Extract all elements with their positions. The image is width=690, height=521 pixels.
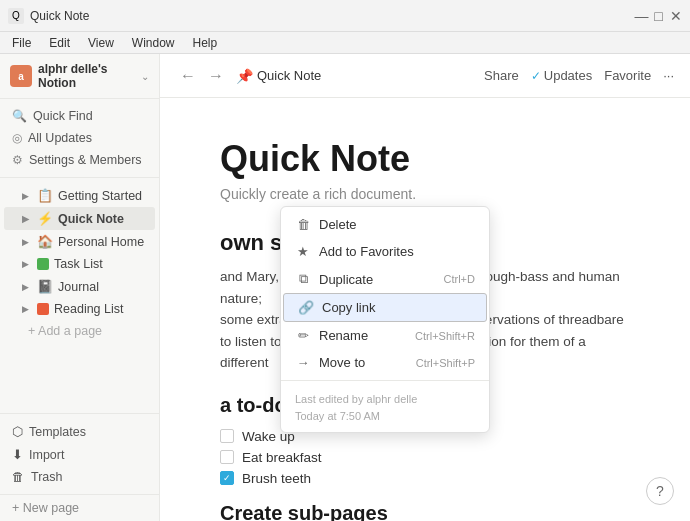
sidebar-item-getting-started[interactable]: ▶ 📋 Getting Started	[4, 184, 155, 207]
sidebar-item-task-list[interactable]: ▶ Task List	[4, 253, 155, 275]
section3-heading: Create sub-pages	[220, 502, 630, 521]
rename-shortcut: Ctrl+Shift+R	[415, 330, 475, 342]
title-bar-title: Quick Note	[30, 9, 89, 23]
sidebar-item-journal[interactable]: ▶ 📓 Journal	[4, 275, 155, 298]
checkbox-2[interactable]: ✓	[220, 471, 234, 485]
new-page-button[interactable]: + New page	[0, 494, 159, 521]
context-menu-add-favorites[interactable]: ★ Add to Favorites	[281, 238, 489, 265]
top-toolbar: ← → 📌 Quick Note Share ✓ Updates Favorit…	[160, 54, 690, 98]
page-title: Quick Note	[220, 138, 630, 180]
title-bar-left: Q Quick Note	[8, 8, 89, 24]
updates-icon: ◎	[12, 131, 22, 145]
maximize-button[interactable]: □	[652, 9, 665, 22]
toolbar-right: Share ✓ Updates Favorite ···	[484, 68, 674, 83]
back-button[interactable]: ←	[176, 65, 200, 87]
workspace-chevron-icon: ⌄	[141, 71, 149, 82]
minimize-button[interactable]: —	[635, 9, 648, 22]
close-button[interactable]: ✕	[669, 9, 682, 22]
sidebar: a alphr delle's Notion ⌄ 🔍 Quick Find ◎ …	[0, 54, 160, 521]
sidebar-item-quick-find[interactable]: 🔍 Quick Find	[0, 105, 159, 127]
context-menu-rename[interactable]: ✏ Rename Ctrl+Shift+R	[281, 322, 489, 349]
trash-icon: 🗑	[12, 470, 25, 484]
page-emoji: 🏠	[37, 234, 53, 249]
title-bar: Q Quick Note — □ ✕	[0, 0, 690, 32]
move-shortcut: Ctrl+Shift+P	[416, 357, 475, 369]
menu-edit[interactable]: Edit	[41, 34, 78, 52]
settings-icon: ⚙	[12, 153, 23, 167]
context-menu-copy-link[interactable]: 🔗 Copy link	[283, 293, 487, 322]
app-container: a alphr delle's Notion ⌄ 🔍 Quick Find ◎ …	[0, 54, 690, 521]
page-label: Personal Home	[58, 235, 144, 249]
sidebar-item-trash[interactable]: 🗑 Trash	[0, 466, 159, 488]
updates-button[interactable]: ✓ Updates	[531, 68, 592, 83]
toggle-icon: ▶	[18, 212, 32, 226]
todo-item-2: ✓ Brush teeth	[220, 471, 630, 486]
sidebar-item-personal-home[interactable]: ▶ 🏠 Personal Home	[4, 230, 155, 253]
sidebar-item-reading-list[interactable]: ▶ Reading List	[4, 298, 155, 320]
sidebar-nav-label-settings: Settings & Members	[29, 153, 142, 167]
updates-label: Updates	[544, 68, 592, 83]
duplicate-shortcut: Ctrl+D	[444, 273, 475, 285]
breadcrumb: 📌 Quick Note	[236, 68, 476, 84]
page-label: Task List	[54, 257, 103, 271]
move-to-icon: →	[295, 355, 311, 370]
favorites-icon: ★	[295, 244, 311, 259]
toolbar-nav: ← →	[176, 65, 228, 87]
page-body: Quick Note Quickly create a rich documen…	[160, 98, 690, 521]
page-label: Reading List	[54, 302, 124, 316]
templates-icon: ⬡	[12, 424, 23, 439]
delete-icon: 🗑	[295, 217, 311, 232]
toggle-icon: ▶	[18, 257, 32, 271]
context-menu-move-to[interactable]: → Move to Ctrl+Shift+P	[281, 349, 489, 376]
context-menu-copy-link-label: Copy link	[322, 300, 375, 315]
toggle-icon: ▶	[18, 189, 32, 203]
forward-button[interactable]: →	[204, 65, 228, 87]
sidebar-nav-label-updates: All Updates	[28, 131, 92, 145]
menu-help[interactable]: Help	[185, 34, 226, 52]
todo-label-1: Eat breakfast	[242, 450, 322, 465]
menu-window[interactable]: Window	[124, 34, 183, 52]
todo-item-1: Eat breakfast	[220, 450, 630, 465]
context-menu-delete-label: Delete	[319, 217, 357, 232]
import-label: Import	[29, 448, 64, 462]
sidebar-nav: 🔍 Quick Find ◎ All Updates ⚙ Settings & …	[0, 99, 159, 178]
workspace-icon: a	[10, 65, 32, 87]
task-list-icon	[37, 258, 49, 270]
sidebar-item-quick-note[interactable]: ▶ ⚡ Quick Note	[4, 207, 155, 230]
context-menu-rename-label: Rename	[319, 328, 368, 343]
sidebar-item-import[interactable]: ⬇ Import	[0, 443, 159, 466]
share-button[interactable]: Share	[484, 68, 519, 83]
menu-view[interactable]: View	[80, 34, 122, 52]
context-menu-duplicate-label: Duplicate	[319, 272, 373, 287]
sidebar-pages: ▶ 📋 Getting Started ▶ ⚡ Quick Note ▶ 🏠 P…	[0, 178, 159, 413]
checkbox-1[interactable]	[220, 450, 234, 464]
page-label: Quick Note	[58, 212, 124, 226]
page-label: Getting Started	[58, 189, 142, 203]
page-emoji: ⚡	[37, 211, 53, 226]
toggle-icon: ▶	[18, 235, 32, 249]
breadcrumb-text: Quick Note	[257, 68, 321, 83]
import-icon: ⬇	[12, 447, 23, 462]
todo-label-2: Brush teeth	[242, 471, 311, 486]
context-menu-delete[interactable]: 🗑 Delete	[281, 211, 489, 238]
context-menu-divider	[281, 380, 489, 381]
menu-file[interactable]: File	[4, 34, 39, 52]
checkbox-0[interactable]	[220, 429, 234, 443]
trash-label: Trash	[31, 470, 63, 484]
workspace-header[interactable]: a alphr delle's Notion ⌄	[0, 54, 159, 99]
context-menu-move-label: Move to	[319, 355, 365, 370]
page-emoji: 📓	[37, 279, 53, 294]
help-button[interactable]: ?	[646, 477, 674, 505]
rename-icon: ✏	[295, 328, 311, 343]
footer-line1: Last edited by alphr delle	[295, 391, 475, 408]
sidebar-item-templates[interactable]: ⬡ Templates	[0, 420, 159, 443]
sidebar-item-settings[interactable]: ⚙ Settings & Members	[0, 149, 159, 171]
page-label: Journal	[58, 280, 99, 294]
more-button[interactable]: ···	[663, 68, 674, 83]
context-menu-duplicate[interactable]: ⧉ Duplicate Ctrl+D	[281, 265, 489, 293]
sidebar-add-page[interactable]: + Add a page	[4, 320, 155, 342]
toggle-icon: ▶	[18, 280, 32, 294]
favorite-button[interactable]: Favorite	[604, 68, 651, 83]
sidebar-item-all-updates[interactable]: ◎ All Updates	[0, 127, 159, 149]
main-content: ← → 📌 Quick Note Share ✓ Updates Favorit…	[160, 54, 690, 521]
